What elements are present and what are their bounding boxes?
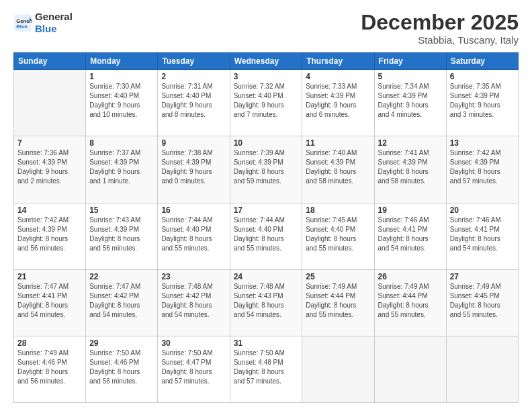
- header-sunday: Sunday: [14, 53, 86, 70]
- calendar-cell: [446, 336, 518, 402]
- day-number: 24: [234, 272, 299, 281]
- day-info: Sunrise: 7:44 AM Sunset: 4:40 PM Dayligh…: [161, 216, 226, 253]
- day-number: 14: [17, 205, 82, 215]
- calendar-cell: 20Sunrise: 7:46 AM Sunset: 4:41 PM Dayli…: [446, 203, 518, 269]
- svg-text:Blue: Blue: [16, 24, 28, 30]
- calendar-cell: 10Sunrise: 7:39 AM Sunset: 4:39 PM Dayli…: [230, 136, 302, 203]
- day-info: Sunrise: 7:30 AM Sunset: 4:40 PM Dayligh…: [89, 82, 154, 120]
- day-number: 12: [378, 138, 443, 148]
- calendar-cell: 1Sunrise: 7:30 AM Sunset: 4:40 PM Daylig…: [86, 70, 158, 136]
- day-number: 8: [89, 138, 154, 148]
- calendar-cell: 5Sunrise: 7:34 AM Sunset: 4:39 PM Daylig…: [374, 70, 446, 136]
- day-number: 20: [450, 205, 515, 215]
- day-number: 15: [89, 205, 154, 215]
- header-wednesday: Wednesday: [230, 53, 302, 70]
- calendar-cell: 12Sunrise: 7:41 AM Sunset: 4:39 PM Dayli…: [374, 136, 446, 203]
- calendar-week-4: 28Sunrise: 7:49 AM Sunset: 4:46 PM Dayli…: [14, 336, 519, 402]
- calendar-cell: 16Sunrise: 7:44 AM Sunset: 4:40 PM Dayli…: [158, 203, 230, 269]
- day-number: 22: [89, 272, 154, 281]
- calendar-cell: [14, 70, 86, 136]
- day-info: Sunrise: 7:36 AM Sunset: 4:39 PM Dayligh…: [17, 148, 82, 186]
- day-info: Sunrise: 7:49 AM Sunset: 4:46 PM Dayligh…: [17, 349, 82, 386]
- calendar-cell: 3Sunrise: 7:32 AM Sunset: 4:40 PM Daylig…: [230, 70, 302, 136]
- calendar-cell: 17Sunrise: 7:44 AM Sunset: 4:40 PM Dayli…: [230, 203, 302, 269]
- day-info: Sunrise: 7:48 AM Sunset: 4:42 PM Dayligh…: [161, 282, 226, 320]
- day-info: Sunrise: 7:37 AM Sunset: 4:39 PM Dayligh…: [89, 148, 154, 186]
- day-number: 9: [161, 138, 226, 148]
- logo-line1: General: [35, 11, 73, 23]
- header-saturday: Saturday: [446, 53, 518, 70]
- day-info: Sunrise: 7:41 AM Sunset: 4:39 PM Dayligh…: [378, 148, 443, 186]
- calendar-cell: 11Sunrise: 7:40 AM Sunset: 4:39 PM Dayli…: [302, 136, 374, 203]
- calendar-cell: 13Sunrise: 7:42 AM Sunset: 4:39 PM Dayli…: [446, 136, 518, 203]
- day-number: 5: [378, 72, 443, 81]
- day-info: Sunrise: 7:42 AM Sunset: 4:39 PM Dayligh…: [17, 216, 82, 253]
- day-info: Sunrise: 7:33 AM Sunset: 4:39 PM Dayligh…: [306, 82, 370, 120]
- day-number: 28: [17, 338, 82, 348]
- day-info: Sunrise: 7:42 AM Sunset: 4:39 PM Dayligh…: [450, 148, 515, 186]
- header-thursday: Thursday: [302, 53, 374, 70]
- day-number: 6: [450, 72, 515, 81]
- day-number: 17: [234, 205, 299, 215]
- month-title: December 2025: [361, 11, 519, 34]
- day-info: Sunrise: 7:44 AM Sunset: 4:40 PM Dayligh…: [234, 216, 299, 253]
- day-info: Sunrise: 7:49 AM Sunset: 4:44 PM Dayligh…: [306, 282, 370, 320]
- calendar-cell: 25Sunrise: 7:49 AM Sunset: 4:44 PM Dayli…: [302, 269, 374, 336]
- calendar-table: Sunday Monday Tuesday Wednesday Thursday…: [13, 52, 519, 403]
- calendar-cell: 29Sunrise: 7:50 AM Sunset: 4:46 PM Dayli…: [86, 336, 158, 402]
- day-info: Sunrise: 7:31 AM Sunset: 4:40 PM Dayligh…: [161, 82, 226, 120]
- logo-line2: Blue: [35, 23, 73, 35]
- day-number: 30: [161, 338, 226, 348]
- day-info: Sunrise: 7:49 AM Sunset: 4:44 PM Dayligh…: [378, 282, 443, 320]
- header-tuesday: Tuesday: [158, 53, 230, 70]
- day-info: Sunrise: 7:40 AM Sunset: 4:39 PM Dayligh…: [306, 148, 370, 186]
- day-info: Sunrise: 7:46 AM Sunset: 4:41 PM Dayligh…: [450, 216, 515, 253]
- day-info: Sunrise: 7:48 AM Sunset: 4:43 PM Dayligh…: [234, 282, 299, 320]
- location: Stabbia, Tuscany, Italy: [361, 34, 519, 46]
- day-number: 11: [306, 138, 370, 148]
- calendar-cell: 22Sunrise: 7:47 AM Sunset: 4:42 PM Dayli…: [86, 269, 158, 336]
- day-number: 3: [234, 72, 299, 81]
- day-info: Sunrise: 7:47 AM Sunset: 4:42 PM Dayligh…: [89, 282, 154, 320]
- day-info: Sunrise: 7:39 AM Sunset: 4:39 PM Dayligh…: [234, 148, 299, 186]
- calendar-cell: 8Sunrise: 7:37 AM Sunset: 4:39 PM Daylig…: [86, 136, 158, 203]
- calendar-week-2: 14Sunrise: 7:42 AM Sunset: 4:39 PM Dayli…: [14, 203, 519, 269]
- header-monday: Monday: [86, 53, 158, 70]
- calendar-week-0: 1Sunrise: 7:30 AM Sunset: 4:40 PM Daylig…: [14, 70, 519, 136]
- title-block: December 2025 Stabbia, Tuscany, Italy: [361, 11, 519, 46]
- day-info: Sunrise: 7:47 AM Sunset: 4:41 PM Dayligh…: [17, 282, 82, 320]
- day-info: Sunrise: 7:50 AM Sunset: 4:46 PM Dayligh…: [89, 349, 154, 386]
- day-info: Sunrise: 7:38 AM Sunset: 4:39 PM Dayligh…: [161, 148, 226, 186]
- day-number: 2: [161, 72, 226, 81]
- calendar-cell: 21Sunrise: 7:47 AM Sunset: 4:41 PM Dayli…: [14, 269, 86, 336]
- day-number: 26: [378, 272, 443, 281]
- day-number: 25: [306, 272, 370, 281]
- calendar-cell: [374, 336, 446, 402]
- calendar-header-row: Sunday Monday Tuesday Wednesday Thursday…: [14, 53, 519, 70]
- calendar-cell: 26Sunrise: 7:49 AM Sunset: 4:44 PM Dayli…: [374, 269, 446, 336]
- calendar-cell: 24Sunrise: 7:48 AM Sunset: 4:43 PM Dayli…: [230, 269, 302, 336]
- day-number: 7: [17, 138, 82, 148]
- calendar-cell: 14Sunrise: 7:42 AM Sunset: 4:39 PM Dayli…: [14, 203, 86, 269]
- day-info: Sunrise: 7:43 AM Sunset: 4:39 PM Dayligh…: [89, 216, 154, 253]
- calendar-cell: 15Sunrise: 7:43 AM Sunset: 4:39 PM Dayli…: [86, 203, 158, 269]
- calendar-week-3: 21Sunrise: 7:47 AM Sunset: 4:41 PM Dayli…: [14, 269, 519, 336]
- day-number: 21: [17, 272, 82, 281]
- day-info: Sunrise: 7:35 AM Sunset: 4:39 PM Dayligh…: [450, 82, 515, 120]
- day-number: 27: [450, 272, 515, 281]
- day-info: Sunrise: 7:46 AM Sunset: 4:41 PM Dayligh…: [378, 216, 443, 253]
- calendar-cell: 19Sunrise: 7:46 AM Sunset: 4:41 PM Dayli…: [374, 203, 446, 269]
- day-number: 31: [234, 338, 299, 348]
- day-number: 1: [89, 72, 154, 81]
- day-number: 29: [89, 338, 154, 348]
- logo-icon: General Blue: [13, 13, 32, 32]
- header-friday: Friday: [374, 53, 446, 70]
- day-info: Sunrise: 7:49 AM Sunset: 4:45 PM Dayligh…: [450, 282, 515, 320]
- day-info: Sunrise: 7:34 AM Sunset: 4:39 PM Dayligh…: [378, 82, 443, 120]
- day-info: Sunrise: 7:32 AM Sunset: 4:40 PM Dayligh…: [234, 82, 299, 120]
- day-info: Sunrise: 7:50 AM Sunset: 4:48 PM Dayligh…: [234, 349, 299, 386]
- day-info: Sunrise: 7:50 AM Sunset: 4:47 PM Dayligh…: [161, 349, 226, 386]
- calendar-week-1: 7Sunrise: 7:36 AM Sunset: 4:39 PM Daylig…: [14, 136, 519, 203]
- day-number: 18: [306, 205, 370, 215]
- page: General Blue General Blue December 2025 …: [0, 0, 532, 411]
